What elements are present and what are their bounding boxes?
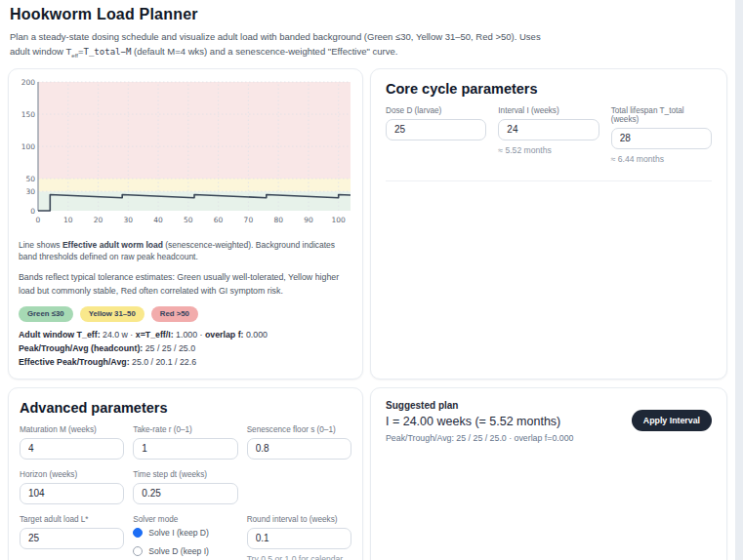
page: Hookworm Load Planner Plan a steady-stat… — [0, 0, 735, 560]
stat-label: Adult window T_eff: — [19, 330, 101, 340]
apply-interval-button[interactable]: Apply Interval — [632, 410, 712, 431]
field-senescence-floor: Senescence floor s (0–1) — [247, 425, 351, 460]
round-interval-input[interactable] — [247, 528, 351, 549]
dose-label: Dose D (larvae) — [386, 106, 486, 115]
core-parameters-card: Core cycle parameters Dose D (larvae) In… — [370, 68, 727, 380]
svg-text:70: 70 — [244, 216, 254, 224]
svg-text:100: 100 — [21, 141, 36, 150]
band-badges: Green ≤30 Yellow 31–50 Red >50 — [19, 306, 352, 322]
stats-line-window: Adult window T_eff: 24.0 w · x=T_eff/I: … — [19, 330, 352, 340]
svg-text:100: 100 — [332, 216, 347, 224]
page-header: Hookworm Load Planner Plan a steady-stat… — [8, 4, 727, 68]
chart-caption-2: Bands reflect typical tolerance estimate… — [19, 270, 352, 299]
suggested-plan-title: Suggested plan — [386, 400, 632, 411]
field-spacer — [247, 470, 351, 504]
maturation-label: Maturation M (weeks) — [20, 425, 124, 434]
field-take-rate: Take-rate r (0–1) — [133, 425, 237, 460]
stat-label: Effective Peak/Trough/Avg: — [19, 357, 130, 367]
maturation-input[interactable] — [20, 438, 124, 460]
page-subtitle: Plan a steady-state dosing schedule and … — [10, 29, 549, 60]
suggested-plan-summary: Peak/Trough/Avg: 25 / 25 / 25.0 · overla… — [386, 433, 632, 443]
svg-text:90: 90 — [304, 216, 313, 224]
badge-yellow: Yellow 31–50 — [80, 306, 144, 322]
stat-value: 24.0 w · — [101, 330, 136, 340]
load-chart: 010203040506070809010003050100150200 — [19, 78, 354, 228]
solver-mode-label: Solver mode — [133, 515, 237, 524]
suggested-plan-interval: I = 24.00 weeks (= 5.52 months) — [386, 415, 632, 428]
time-step-input[interactable] — [133, 483, 237, 504]
svg-text:0: 0 — [36, 216, 41, 224]
caption-text: Line shows — [19, 240, 62, 250]
target-load-label: Target adult load L* — [20, 515, 124, 524]
chart-stats: Adult window T_eff: 24.0 w · x=T_eff/I: … — [19, 330, 352, 369]
chart-caption-1: Line shows Effective adult worm load (se… — [19, 239, 352, 263]
svg-text:50: 50 — [25, 174, 35, 182]
svg-text:60: 60 — [214, 216, 224, 224]
advanced-parameters-grid: Maturation M (weeks) Take-rate r (0–1) S… — [20, 425, 351, 560]
take-rate-label: Take-rate r (0–1) — [133, 425, 237, 434]
target-load-input[interactable] — [20, 528, 124, 549]
svg-text:30: 30 — [124, 216, 134, 224]
stats-line-headcount: Peak/Trough/Avg (headcount): 25 / 25 / 2… — [19, 343, 352, 354]
horizon-input[interactable] — [20, 483, 124, 504]
svg-text:200: 200 — [21, 78, 36, 87]
svg-text:40: 40 — [153, 216, 163, 224]
caption-bold: Effective adult worm load — [62, 240, 163, 250]
stat-value: 0.000 — [244, 330, 268, 340]
horizon-label: Horizon (weeks) — [20, 470, 124, 479]
svg-text:20: 20 — [94, 216, 103, 224]
radio-solve-i-label: Solve I (keep D) — [148, 528, 209, 538]
lifespan-label: Total lifespan T_total (weeks) — [611, 106, 712, 124]
badge-red: Red >50 — [151, 306, 198, 322]
field-dose: Dose D (larvae) — [386, 106, 486, 164]
stat-label: x=T_eff/I: — [136, 330, 174, 340]
radio-solve-d-label: Solve D (keep I) — [148, 546, 209, 556]
radio-selected-icon[interactable] — [133, 528, 143, 538]
field-maturation: Maturation M (weeks) — [20, 425, 124, 460]
field-round-interval: Round interval to (weeks) Try 0.5 or 1.0… — [247, 515, 351, 560]
lifespan-hint: ≈ 6.44 months — [611, 154, 712, 164]
field-horizon: Horizon (weeks) — [20, 470, 124, 504]
middle-row: Advanced parameters Maturation M (weeks)… — [8, 387, 727, 560]
interval-input[interactable] — [498, 119, 599, 140]
stat-value: 1.000 · — [174, 330, 205, 340]
suggested-plan-card: Suggested plan I = 24.00 weeks (= 5.52 m… — [370, 387, 727, 560]
badge-green: Green ≤30 — [19, 306, 73, 322]
subtitle-text-2: (default M=4 wks) and a senescence-weigh… — [131, 46, 397, 57]
subtitle-code: T_total−M — [84, 47, 132, 57]
interval-hint: ≈ 5.52 months — [498, 145, 599, 155]
radio-unselected-icon[interactable] — [133, 546, 143, 556]
field-target-load: Target adult load L* — [20, 515, 124, 560]
svg-text:0: 0 — [30, 206, 35, 215]
subtitle-subscript: eff — [71, 52, 78, 59]
advanced-parameters-heading: Advanced parameters — [20, 400, 351, 416]
dose-input[interactable] — [386, 119, 486, 140]
radio-solve-d[interactable]: Solve D (keep I) — [133, 546, 237, 556]
field-solver-mode: Solver mode Solve I (keep D) Solve D (ke… — [133, 515, 237, 560]
stat-value: 25 / 25 / 25.0 — [143, 343, 195, 353]
senescence-floor-input[interactable] — [247, 438, 351, 460]
lifespan-input[interactable] — [611, 128, 712, 149]
svg-text:10: 10 — [63, 216, 73, 224]
core-card-divider — [386, 180, 712, 181]
radio-solve-i[interactable]: Solve I (keep D) — [133, 528, 237, 538]
svg-text:50: 50 — [184, 216, 193, 224]
core-parameters-heading: Core cycle parameters — [386, 81, 712, 97]
chart-card: 010203040506070809010003050100150200 Lin… — [8, 68, 363, 380]
round-interval-label: Round interval to (weeks) — [247, 515, 351, 524]
take-rate-input[interactable] — [133, 438, 237, 460]
interval-label: Interval I (weeks) — [498, 106, 599, 115]
field-time-step: Time step dt (weeks) — [133, 470, 237, 504]
stat-label: overlap f: — [205, 330, 244, 340]
core-parameters-grid: Dose D (larvae) Interval I (weeks) ≈ 5.5… — [386, 106, 712, 164]
field-lifespan: Total lifespan T_total (weeks) ≈ 6.44 mo… — [611, 106, 712, 164]
time-step-label: Time step dt (weeks) — [133, 470, 237, 479]
top-row: 010203040506070809010003050100150200 Lin… — [8, 68, 727, 380]
suggested-plan-text: Suggested plan I = 24.00 weeks (= 5.52 m… — [386, 400, 632, 443]
advanced-parameters-card: Advanced parameters Maturation M (weeks)… — [8, 387, 363, 560]
senescence-floor-label: Senescence floor s (0–1) — [247, 425, 351, 434]
round-interval-hint: Try 0.5 or 1.0 for calendar neatness — [247, 554, 351, 560]
stat-value: 25.0 / 20.1 / 22.6 — [130, 357, 196, 367]
page-title: Hookworm Load Planner — [10, 6, 725, 23]
stat-label: Peak/Trough/Avg (headcount): — [19, 343, 143, 353]
